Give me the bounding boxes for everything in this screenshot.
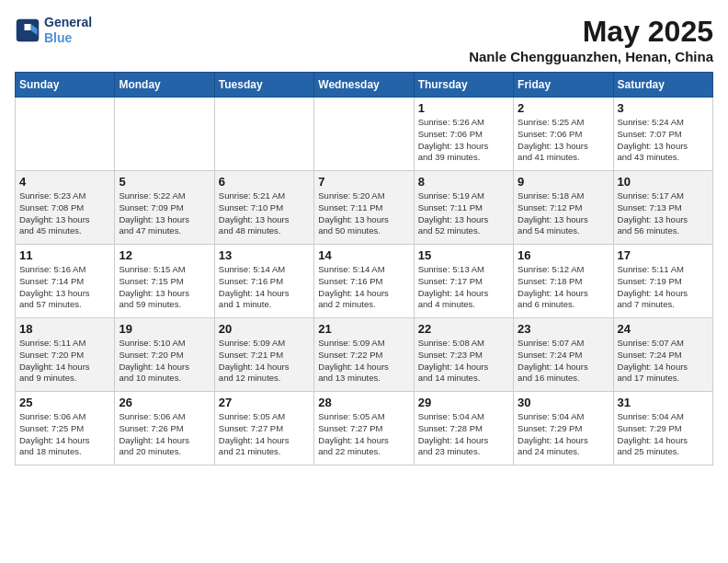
day-info: Sunrise: 5:24 AM Sunset: 7:07 PM Dayligh…	[618, 117, 709, 164]
calendar-day-31: 31Sunrise: 5:04 AM Sunset: 7:29 PM Dayli…	[613, 392, 712, 465]
weekday-header-saturday: Saturday	[613, 73, 712, 98]
calendar-day-10: 10Sunrise: 5:17 AM Sunset: 7:13 PM Dayli…	[613, 171, 712, 245]
calendar-day-9: 9Sunrise: 5:18 AM Sunset: 7:12 PM Daylig…	[514, 171, 613, 245]
day-info: Sunrise: 5:18 AM Sunset: 7:12 PM Dayligh…	[518, 190, 609, 237]
day-number: 10	[618, 175, 709, 189]
day-info: Sunrise: 5:14 AM Sunset: 7:16 PM Dayligh…	[219, 264, 310, 311]
day-number: 20	[219, 322, 310, 336]
day-number: 9	[518, 175, 609, 189]
calendar-day-13: 13Sunrise: 5:14 AM Sunset: 7:16 PM Dayli…	[214, 245, 313, 318]
calendar-table: SundayMondayTuesdayWednesdayThursdayFrid…	[15, 72, 713, 465]
day-info: Sunrise: 5:11 AM Sunset: 7:20 PM Dayligh…	[19, 338, 110, 385]
day-number: 5	[119, 175, 210, 189]
weekday-header-friday: Friday	[514, 73, 613, 98]
calendar-header: SundayMondayTuesdayWednesdayThursdayFrid…	[16, 73, 713, 98]
weekday-header-wednesday: Wednesday	[314, 73, 414, 98]
logo: General Blue	[15, 15, 92, 46]
calendar-day-empty	[214, 98, 313, 171]
day-info: Sunrise: 5:26 AM Sunset: 7:06 PM Dayligh…	[418, 117, 509, 164]
day-info: Sunrise: 5:20 AM Sunset: 7:11 PM Dayligh…	[318, 190, 409, 237]
calendar-day-3: 3Sunrise: 5:24 AM Sunset: 7:07 PM Daylig…	[613, 98, 712, 171]
weekday-header-sunday: Sunday	[16, 73, 115, 98]
day-number: 16	[518, 248, 609, 262]
day-number: 17	[618, 248, 709, 262]
day-number: 3	[618, 101, 709, 115]
calendar-body: 1Sunrise: 5:26 AM Sunset: 7:06 PM Daylig…	[16, 98, 713, 465]
day-number: 22	[418, 322, 509, 336]
calendar-day-empty	[16, 98, 115, 171]
calendar-day-11: 11Sunrise: 5:16 AM Sunset: 7:14 PM Dayli…	[16, 245, 115, 318]
day-number: 2	[518, 101, 609, 115]
day-info: Sunrise: 5:08 AM Sunset: 7:23 PM Dayligh…	[418, 338, 509, 385]
calendar-day-8: 8Sunrise: 5:19 AM Sunset: 7:11 PM Daylig…	[414, 171, 513, 245]
day-info: Sunrise: 5:23 AM Sunset: 7:08 PM Dayligh…	[19, 190, 110, 237]
day-info: Sunrise: 5:06 AM Sunset: 7:25 PM Dayligh…	[19, 411, 110, 458]
weekday-header-row: SundayMondayTuesdayWednesdayThursdayFrid…	[16, 73, 713, 98]
page-header: General Blue May 2025 Nanle Chengguanzhe…	[15, 15, 713, 64]
day-number: 23	[518, 322, 609, 336]
calendar-day-4: 4Sunrise: 5:23 AM Sunset: 7:08 PM Daylig…	[16, 171, 115, 245]
calendar-day-16: 16Sunrise: 5:12 AM Sunset: 7:18 PM Dayli…	[514, 245, 613, 318]
day-number: 18	[19, 322, 110, 336]
day-number: 21	[318, 322, 409, 336]
day-number: 29	[418, 396, 509, 409]
calendar-day-1: 1Sunrise: 5:26 AM Sunset: 7:06 PM Daylig…	[414, 98, 513, 171]
day-number: 28	[318, 396, 409, 409]
day-number: 7	[318, 175, 409, 189]
logo-icon	[15, 17, 40, 43]
day-info: Sunrise: 5:04 AM Sunset: 7:29 PM Dayligh…	[618, 411, 709, 458]
day-info: Sunrise: 5:14 AM Sunset: 7:16 PM Dayligh…	[318, 264, 409, 311]
day-number: 8	[418, 175, 509, 189]
calendar-day-5: 5Sunrise: 5:22 AM Sunset: 7:09 PM Daylig…	[115, 171, 214, 245]
month-year-title: May 2025	[469, 15, 713, 49]
day-number: 19	[119, 322, 210, 336]
day-info: Sunrise: 5:07 AM Sunset: 7:24 PM Dayligh…	[618, 338, 709, 385]
calendar-day-empty	[115, 98, 214, 171]
day-number: 27	[219, 396, 310, 409]
calendar-day-15: 15Sunrise: 5:13 AM Sunset: 7:17 PM Dayli…	[414, 245, 513, 318]
day-number: 13	[219, 248, 310, 262]
day-info: Sunrise: 5:13 AM Sunset: 7:17 PM Dayligh…	[418, 264, 509, 311]
day-number: 15	[418, 248, 509, 262]
location-subtitle: Nanle Chengguanzhen, Henan, China	[469, 49, 713, 64]
calendar-week-row: 18Sunrise: 5:11 AM Sunset: 7:20 PM Dayli…	[16, 318, 713, 392]
calendar-week-row: 1Sunrise: 5:26 AM Sunset: 7:06 PM Daylig…	[16, 98, 713, 171]
calendar-day-23: 23Sunrise: 5:07 AM Sunset: 7:24 PM Dayli…	[514, 318, 613, 392]
calendar-day-19: 19Sunrise: 5:10 AM Sunset: 7:20 PM Dayli…	[115, 318, 214, 392]
calendar-week-row: 4Sunrise: 5:23 AM Sunset: 7:08 PM Daylig…	[16, 171, 713, 245]
day-info: Sunrise: 5:16 AM Sunset: 7:14 PM Dayligh…	[19, 264, 110, 311]
calendar-day-14: 14Sunrise: 5:14 AM Sunset: 7:16 PM Dayli…	[314, 245, 414, 318]
day-info: Sunrise: 5:04 AM Sunset: 7:28 PM Dayligh…	[418, 411, 509, 458]
calendar-day-17: 17Sunrise: 5:11 AM Sunset: 7:19 PM Dayli…	[613, 245, 712, 318]
day-info: Sunrise: 5:10 AM Sunset: 7:20 PM Dayligh…	[119, 338, 210, 385]
day-info: Sunrise: 5:05 AM Sunset: 7:27 PM Dayligh…	[219, 411, 310, 458]
day-info: Sunrise: 5:19 AM Sunset: 7:11 PM Dayligh…	[418, 190, 509, 237]
calendar-day-24: 24Sunrise: 5:07 AM Sunset: 7:24 PM Dayli…	[613, 318, 712, 392]
day-number: 14	[318, 248, 409, 262]
calendar-day-30: 30Sunrise: 5:04 AM Sunset: 7:29 PM Dayli…	[514, 392, 613, 465]
day-info: Sunrise: 5:17 AM Sunset: 7:13 PM Dayligh…	[618, 190, 709, 237]
calendar-day-12: 12Sunrise: 5:15 AM Sunset: 7:15 PM Dayli…	[115, 245, 214, 318]
calendar-week-row: 11Sunrise: 5:16 AM Sunset: 7:14 PM Dayli…	[16, 245, 713, 318]
calendar-day-21: 21Sunrise: 5:09 AM Sunset: 7:22 PM Dayli…	[314, 318, 414, 392]
calendar-day-20: 20Sunrise: 5:09 AM Sunset: 7:21 PM Dayli…	[214, 318, 313, 392]
day-info: Sunrise: 5:09 AM Sunset: 7:21 PM Dayligh…	[219, 338, 310, 385]
day-number: 31	[618, 396, 709, 409]
calendar-day-27: 27Sunrise: 5:05 AM Sunset: 7:27 PM Dayli…	[214, 392, 313, 465]
day-number: 6	[219, 175, 310, 189]
day-info: Sunrise: 5:06 AM Sunset: 7:26 PM Dayligh…	[119, 411, 210, 458]
weekday-header-tuesday: Tuesday	[214, 73, 313, 98]
weekday-header-monday: Monday	[115, 73, 214, 98]
day-info: Sunrise: 5:25 AM Sunset: 7:06 PM Dayligh…	[518, 117, 609, 164]
calendar-day-22: 22Sunrise: 5:08 AM Sunset: 7:23 PM Dayli…	[414, 318, 513, 392]
calendar-day-28: 28Sunrise: 5:05 AM Sunset: 7:27 PM Dayli…	[314, 392, 414, 465]
day-number: 25	[19, 396, 110, 409]
svg-marker-2	[25, 24, 31, 30]
calendar-day-26: 26Sunrise: 5:06 AM Sunset: 7:26 PM Dayli…	[115, 392, 214, 465]
day-info: Sunrise: 5:05 AM Sunset: 7:27 PM Dayligh…	[318, 411, 409, 458]
day-info: Sunrise: 5:04 AM Sunset: 7:29 PM Dayligh…	[518, 411, 609, 458]
day-info: Sunrise: 5:21 AM Sunset: 7:10 PM Dayligh…	[219, 190, 310, 237]
logo-text: General Blue	[44, 15, 92, 46]
calendar-day-7: 7Sunrise: 5:20 AM Sunset: 7:11 PM Daylig…	[314, 171, 414, 245]
weekday-header-thursday: Thursday	[414, 73, 513, 98]
